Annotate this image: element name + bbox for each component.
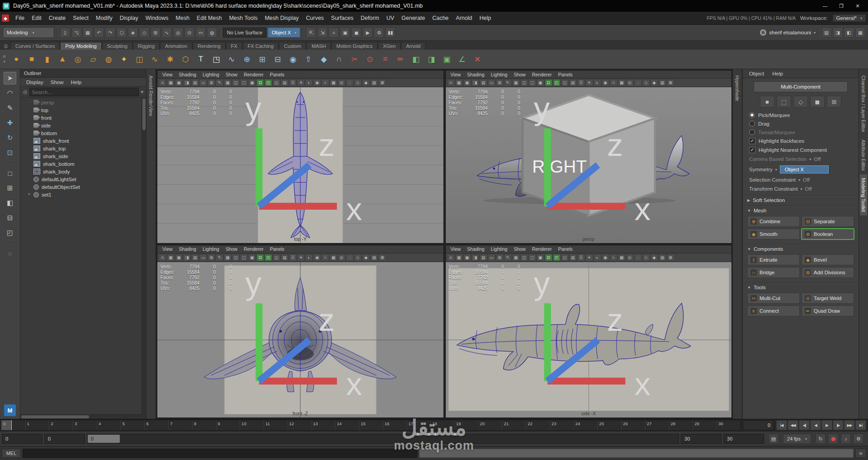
input-operations-icon[interactable]: ⇱ bbox=[306, 28, 316, 38]
camera-attributes-icon[interactable]: ◨ bbox=[183, 79, 191, 86]
viewport-menu-item[interactable]: View bbox=[159, 71, 176, 78]
frame-tick[interactable]: 21 bbox=[502, 420, 526, 430]
frame-tick[interactable]: 8 bbox=[192, 420, 216, 430]
go-to-end-button[interactable]: ▶| bbox=[855, 420, 866, 430]
separate-button[interactable]: ⊟ Separate bbox=[802, 216, 854, 227]
fps-select[interactable]: 24 fps ▾ bbox=[783, 434, 811, 444]
object-details-icon[interactable]: ☰ bbox=[289, 254, 297, 261]
viewport-menu-item[interactable]: Lighting bbox=[488, 71, 511, 78]
ipr-render-icon[interactable]: ▶ bbox=[363, 28, 373, 38]
depth-of-field-icon[interactable]: ◎ bbox=[338, 254, 345, 261]
shaded-icon[interactable]: ◆ bbox=[651, 254, 658, 261]
viewport-menu-item[interactable]: View bbox=[448, 246, 464, 252]
menu-item[interactable]: Display bbox=[116, 14, 142, 23]
boolean-button[interactable]: ⊛ Boolean bbox=[802, 229, 854, 239]
frame-tick[interactable]: 30 bbox=[717, 420, 741, 430]
hypershade-layout-icon[interactable]: ◰ bbox=[4, 226, 16, 239]
renderer-badge-icon[interactable]: A bbox=[447, 254, 455, 261]
expand-toggle[interactable] bbox=[27, 177, 32, 182]
hud-toggle-icon[interactable]: ▤ bbox=[281, 254, 288, 261]
smooth-button[interactable]: ◉ Smooth bbox=[747, 229, 800, 239]
bookmark-icon[interactable]: ▤ bbox=[191, 79, 199, 86]
poly-disc-icon[interactable]: ◍ bbox=[102, 52, 115, 66]
platonic-solid-icon[interactable]: ✦ bbox=[117, 52, 131, 66]
selection-constraint-row[interactable]: Selection Constraint ▾ Off bbox=[743, 175, 859, 184]
textured-icon[interactable]: ▨ bbox=[370, 79, 378, 86]
viewport-menu-item[interactable]: Show bbox=[222, 71, 241, 78]
poly-soccer-ball-icon[interactable]: ⬡ bbox=[179, 52, 192, 66]
viewport-menu-item[interactable]: View bbox=[448, 71, 464, 78]
lock-camera-icon[interactable]: ▣ bbox=[175, 254, 183, 261]
viewport-menu-item[interactable]: Show bbox=[222, 246, 241, 252]
combine-icon[interactable]: ⊞ bbox=[255, 52, 269, 66]
vertex-mode-icon[interactable]: ⬚ bbox=[777, 96, 791, 108]
play-backwards-button[interactable]: ◀ bbox=[810, 420, 821, 430]
add-divisions-button[interactable]: ⊞ Add Divisions bbox=[802, 267, 854, 278]
shelf-tab[interactable]: XGen bbox=[378, 42, 401, 50]
grease-pencil-icon[interactable]: ✎ bbox=[504, 79, 512, 86]
multisample-icon[interactable]: ▩ bbox=[330, 254, 337, 261]
expand-toggle[interactable] bbox=[27, 115, 32, 120]
hud-toggle-icon[interactable]: ▤ bbox=[569, 254, 577, 261]
expand-toggle[interactable] bbox=[27, 169, 32, 174]
persp-outliner-layout-icon[interactable]: ◧ bbox=[4, 197, 16, 209]
shelf-tab[interactable]: Rendering bbox=[193, 42, 226, 50]
step-back-frame-button[interactable]: ◀| bbox=[799, 420, 810, 430]
renderer-badge-icon[interactable]: A bbox=[447, 79, 455, 86]
viewport-menu-item[interactable]: Renderer bbox=[529, 246, 555, 252]
frame-tick[interactable]: 23 bbox=[550, 420, 574, 430]
pause-icon[interactable]: ▮▮ bbox=[385, 28, 395, 38]
mesh-section-header[interactable]: ▼ Mesh bbox=[743, 206, 859, 214]
redo-icon[interactable]: ↷ bbox=[105, 28, 115, 38]
svg-tool-icon[interactable]: ◳ bbox=[209, 52, 223, 66]
close-button[interactable]: ✕ bbox=[850, 1, 865, 11]
viewport-canvas-front[interactable]: Verts:779400Edges:1558400Faces:779200Tri… bbox=[157, 262, 443, 418]
motion-blur-icon[interactable]: ≈ bbox=[321, 79, 329, 86]
pan-zoom-icon[interactable]: ⊞ bbox=[208, 254, 215, 261]
lighting-icon[interactable]: ☀ bbox=[585, 254, 593, 261]
viewport-menu-item[interactable]: Show bbox=[510, 246, 528, 252]
render-settings-icon[interactable]: ⚙ bbox=[374, 28, 384, 38]
isolate-select-icon[interactable]: ◌ bbox=[634, 79, 642, 86]
user-account-menu[interactable]: sherif elsalamouni ▾ bbox=[760, 29, 816, 36]
camera-based-selection-row[interactable]: Camera Based Selection ▾ Off bbox=[743, 155, 859, 164]
lighting-icon[interactable]: ☀ bbox=[297, 79, 305, 86]
hud-toggle-icon[interactable]: ▤ bbox=[569, 79, 577, 86]
viewport-top[interactable]: ViewShadingLightingShowRendererPanels A▦… bbox=[157, 70, 444, 244]
image-plane-icon[interactable]: ▭ bbox=[488, 254, 495, 261]
ambient-occlusion-icon[interactable]: ◉ bbox=[602, 79, 609, 86]
lighting-icon[interactable]: ☀ bbox=[297, 254, 305, 261]
xray-icon[interactable]: ⊠ bbox=[378, 254, 386, 261]
motion-blur-icon[interactable]: ≈ bbox=[610, 79, 618, 86]
viewport-menu-item[interactable]: Renderer bbox=[241, 246, 267, 252]
channel-box-toggle-icon[interactable]: ▥ bbox=[821, 28, 831, 38]
extrude-button[interactable]: ⇧ Extrude bbox=[747, 254, 800, 265]
shelf-tab[interactable]: Motion Graphics bbox=[331, 42, 377, 50]
outliner-item[interactable]: front bbox=[20, 114, 142, 122]
tool-settings-toggle-icon[interactable]: ◧ bbox=[844, 28, 854, 38]
four-pane-layout-icon[interactable]: ⊞ bbox=[4, 182, 16, 194]
shadows-icon[interactable]: ◐ bbox=[594, 254, 601, 261]
select-camera-icon[interactable]: ▦ bbox=[455, 254, 463, 261]
sound-icon[interactable]: ♪ bbox=[841, 434, 851, 444]
shelf-tab[interactable]: Rigging bbox=[133, 42, 160, 50]
frame-tick[interactable]: 25 bbox=[597, 420, 621, 430]
new-scene-icon[interactable]: ▯ bbox=[60, 28, 70, 38]
symmetry-row[interactable]: Symmetry ▾ Object X bbox=[743, 164, 859, 175]
camera-attributes-icon[interactable]: ◨ bbox=[472, 79, 479, 86]
bridge-button[interactable]: ∩ Bridge bbox=[747, 267, 800, 278]
playback-start-field[interactable]: 0 bbox=[2, 434, 42, 444]
expand-toggle[interactable] bbox=[27, 184, 32, 189]
checkbox-icon[interactable]: ✓ bbox=[749, 147, 755, 153]
shelf-tab[interactable]: Poly Modeling bbox=[60, 42, 101, 50]
shadows-icon[interactable]: ◐ bbox=[594, 79, 601, 86]
object-details-icon[interactable]: ☰ bbox=[289, 79, 297, 86]
menu-item[interactable]: Mesh Display bbox=[261, 14, 302, 23]
textured-icon[interactable]: ▨ bbox=[370, 254, 378, 261]
wireframe-icon[interactable]: ◇ bbox=[642, 79, 650, 86]
viewport-canvas-top[interactable]: Verts:779400Edges:1558400Faces:779200Tri… bbox=[157, 87, 443, 243]
multisample-icon[interactable]: ▩ bbox=[330, 79, 337, 86]
select-camera-icon[interactable]: ▦ bbox=[167, 254, 175, 261]
playback-loop-icon[interactable]: ↻ bbox=[816, 434, 826, 444]
textured-icon[interactable]: ▨ bbox=[659, 79, 666, 86]
